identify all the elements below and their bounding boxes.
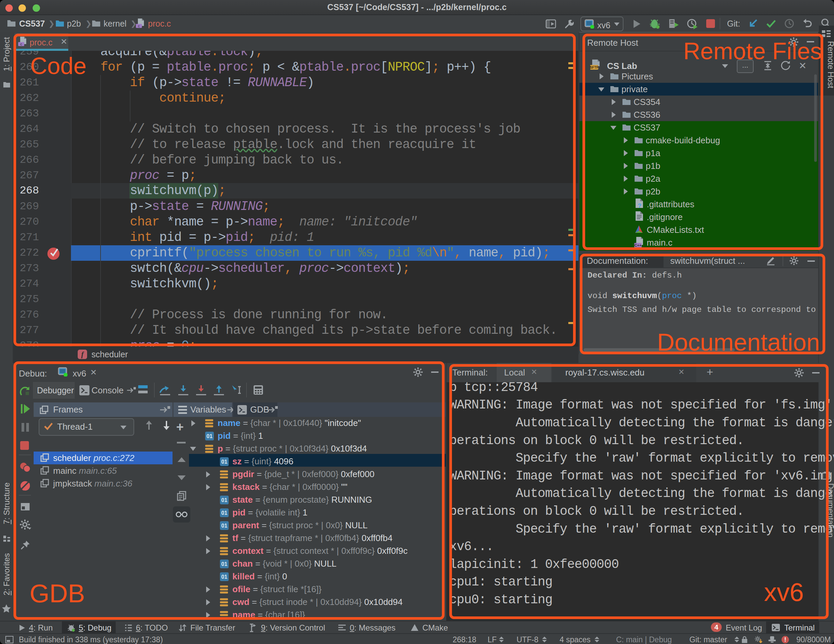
svg-text:c: c xyxy=(138,24,140,28)
